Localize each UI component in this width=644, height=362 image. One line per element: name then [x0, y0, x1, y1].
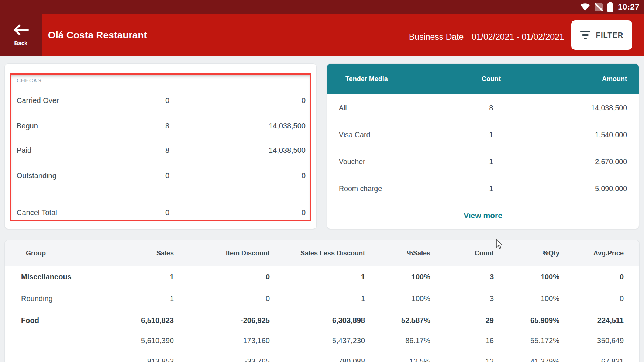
cell-group: Miscellaneous	[21, 273, 80, 281]
filter-label: FILTER	[596, 31, 624, 39]
col-percent-qty: %Qty	[494, 249, 559, 257]
col-item-discount: Item Discount	[174, 249, 270, 257]
cell-sales-less-discount: 780,088	[270, 357, 365, 362]
tender-name: Room charge	[327, 185, 438, 193]
view-more-link[interactable]: View more	[327, 202, 639, 229]
cell-sales-less-discount: 5,437,230	[270, 337, 365, 345]
tender-media-header: Tender Media Count Amount	[327, 64, 639, 94]
cell-count: 3	[430, 273, 494, 281]
cell-avg-price: 0	[559, 273, 624, 281]
status-bar: 10:27	[0, 0, 644, 14]
checks-title: CHECKS	[17, 77, 41, 83]
cell-count: 16	[430, 337, 494, 345]
group-subrow[interactable]: 813,853 -33,765 780,088 12.5% 12 41.379%…	[5, 351, 639, 362]
tender-count: 1	[438, 185, 545, 193]
tender-row-all[interactable]: All 8 14,038,500	[327, 94, 639, 121]
cell-group: Food	[21, 316, 80, 325]
cell-percent-qty: 55.172%	[494, 337, 559, 345]
cell-item-discount: -206,925	[174, 316, 270, 325]
header-divider	[396, 28, 396, 49]
status-time: 10:27	[618, 2, 640, 12]
col-sales: Sales	[80, 249, 174, 257]
cell-percent-sales: 100%	[365, 294, 430, 303]
tender-name: Visa Card	[327, 131, 438, 139]
checks-row-carried-over: Carried Over 0 0	[17, 96, 306, 106]
wifi-icon	[580, 3, 590, 11]
cell-sales: 1	[80, 273, 174, 281]
filter-button[interactable]: FILTER	[571, 20, 632, 50]
cell-count: 12	[430, 357, 494, 362]
cell-avg-price: 0	[559, 294, 624, 303]
tender-count: 8	[438, 104, 545, 112]
group-table-header: Group Sales Item Discount Sales Less Dis…	[5, 240, 639, 266]
cell-percent-sales: 100%	[365, 273, 430, 281]
tender-count: 1	[438, 131, 545, 139]
cell-sales-less-discount: 6,303,898	[270, 316, 365, 325]
row-amount: 0	[17, 172, 306, 180]
group-row-rounding[interactable]: Rounding 1 0 1 100% 3 100% 0	[5, 287, 639, 310]
cell-percent-sales: 86.17%	[365, 337, 430, 345]
cell-group: Rounding	[21, 294, 80, 303]
cell-percent-qty: 100%	[494, 273, 559, 281]
col-tender-media: Tender Media	[327, 75, 438, 83]
cell-percent-sales: 12.5%	[365, 357, 430, 362]
tender-amount: 1,540,000	[545, 131, 639, 139]
back-button[interactable]: Back	[0, 14, 42, 56]
cell-percent-sales: 52.587%	[365, 316, 430, 325]
col-count: Count	[438, 75, 545, 83]
cell-percent-qty: 41.379%	[494, 357, 559, 362]
checks-row-paid: Paid 8 14,038,500	[17, 146, 306, 156]
row-amount: 0	[17, 96, 306, 105]
cell-sales: 1	[80, 294, 174, 303]
cell-sales-less-discount: 1	[270, 294, 365, 303]
battery-full-icon	[607, 3, 613, 12]
checks-row-cancel-total: Cancel Total 0 0	[17, 208, 306, 218]
cell-sales: 5,610,390	[80, 337, 174, 345]
tender-amount: 2,670,000	[545, 158, 639, 166]
tender-row-voucher[interactable]: Voucher 1 2,670,000	[327, 148, 639, 175]
tender-name: All	[327, 104, 438, 112]
cell-sales: 813,853	[80, 357, 174, 362]
row-amount: 14,038,500	[17, 146, 306, 155]
filter-icon	[580, 31, 590, 39]
cell-percent-qty: 65.909%	[494, 316, 559, 325]
no-signal-icon	[595, 3, 603, 11]
checks-row-begun: Begun 8 14,038,500	[17, 122, 306, 131]
cell-avg-price: 224,511	[559, 316, 624, 325]
page-title: Olá Costa Restaurant	[48, 14, 147, 56]
tender-row-room-charge[interactable]: Room charge 1 5,090,000	[327, 175, 639, 202]
cell-avg-price: 350,649	[559, 337, 624, 345]
business-date-label: Business Date	[409, 14, 464, 56]
tender-name: Voucher	[327, 158, 438, 166]
col-group: Group	[21, 249, 80, 257]
cell-item-discount: 0	[174, 294, 270, 303]
col-amount: Amount	[545, 75, 639, 83]
cell-item-discount: -173,160	[174, 337, 270, 345]
checks-card: CHECKS Carried Over 0 0 Begun 8 14,038,5…	[4, 63, 317, 229]
col-count: Count	[430, 249, 494, 257]
back-label: Back	[14, 40, 28, 46]
col-sales-less-discount: Sales Less Discount	[270, 249, 365, 257]
tender-amount: 14,038,500	[545, 104, 639, 112]
cell-count: 3	[430, 294, 494, 303]
tender-count: 1	[438, 158, 545, 166]
tender-media-card: Tender Media Count Amount All 8 14,038,5…	[327, 63, 639, 229]
business-date-value[interactable]: 01/02/2021 - 01/02/2021	[472, 14, 564, 56]
cell-item-discount: 0	[174, 273, 270, 281]
cell-avg-price: 67,821	[559, 357, 624, 362]
checks-row-outstanding: Outstanding 0 0	[17, 172, 306, 181]
col-avg-price: Avg.Price	[559, 249, 624, 257]
group-row-miscellaneous[interactable]: Miscellaneous 1 0 1 100% 3 100% 0	[5, 266, 639, 287]
col-percent-sales: %Sales	[365, 249, 430, 257]
back-arrow-icon	[13, 24, 30, 37]
group-subrow[interactable]: 5,610,390 -173,160 5,437,230 86.17% 16 5…	[5, 330, 639, 351]
tender-amount: 5,090,000	[545, 185, 639, 193]
cell-percent-qty: 100%	[494, 294, 559, 303]
cell-count: 29	[430, 316, 494, 325]
tender-row-visa-card[interactable]: Visa Card 1 1,540,000	[327, 121, 639, 148]
cell-sales: 6,510,823	[80, 316, 174, 325]
cell-sales-less-discount: 1	[270, 273, 365, 281]
group-sales-card: Group Sales Item Discount Sales Less Dis…	[4, 240, 640, 362]
group-row-food[interactable]: Food 6,510,823 -206,925 6,303,898 52.587…	[5, 310, 639, 330]
row-amount: 14,038,500	[17, 122, 306, 130]
